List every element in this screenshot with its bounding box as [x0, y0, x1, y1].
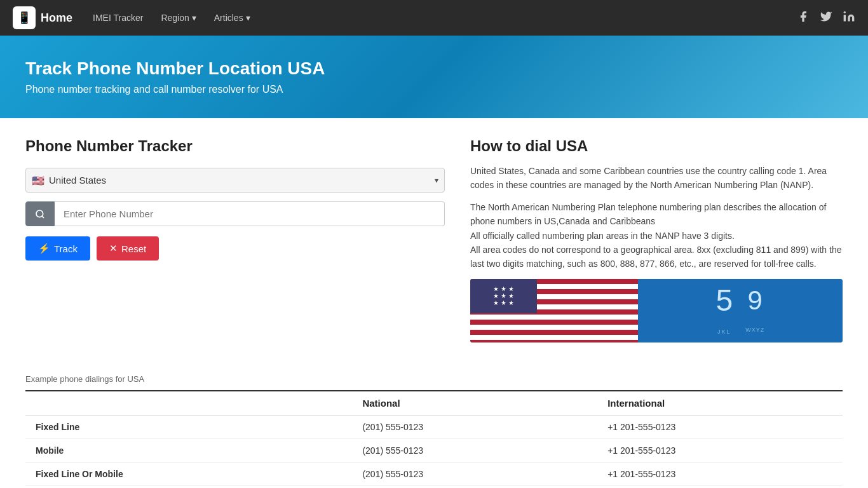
cell-national: (201) 555-0123 [352, 462, 597, 485]
tracker-title: Phone Number Tracker [25, 137, 445, 155]
hero-banner: Track Phone Number Location USA Phone nu… [0, 36, 868, 118]
twitter-icon[interactable] [820, 10, 832, 26]
svg-point-1 [36, 210, 43, 217]
facebook-icon[interactable] [797, 10, 810, 26]
how-text-1: United States, Canada and some Caribbean… [470, 164, 843, 193]
example-section: Example phone dialings for USA National … [0, 362, 868, 488]
phone-input[interactable] [55, 201, 445, 226]
track-button[interactable]: ⚡ Track [25, 236, 90, 261]
linkedin-icon[interactable] [843, 10, 855, 26]
us-flag-image: ★ ★ ★★ ★ ★★ ★ ★ [470, 279, 638, 342]
right-panel: How to dial USA United States, Canada an… [470, 137, 843, 342]
nav-region[interactable]: Region ▾ [153, 8, 203, 28]
example-table: National International Fixed Line (201) … [25, 390, 843, 486]
main-content: Phone Number Tracker 🇺🇸 United States Ca… [0, 118, 868, 362]
phone-input-wrapper [25, 201, 445, 226]
btn-row: ⚡ Track ✕ Reset [25, 236, 445, 261]
cell-national: (201) 555-0123 [352, 415, 597, 438]
nav-brand[interactable]: 📱 Home [13, 6, 72, 29]
table-row: Fixed Line (201) 555-0123 +1 201-555-012… [25, 415, 843, 438]
dial-image: ★ ★ ★★ ★ ★★ ★ ★ 5 JKL 9 WXYZ [470, 279, 843, 342]
hero-subtitle: Phone number tracking and call number re… [25, 84, 843, 95]
cell-type: Mobile [25, 438, 352, 462]
reset-button[interactable]: ✕ Reset [97, 236, 159, 261]
chevron-down-icon: ▾ [192, 13, 196, 23]
times-icon: ✕ [109, 243, 118, 254]
cell-international: +1 201-555-0123 [597, 462, 843, 485]
how-title: How to dial USA [470, 137, 843, 155]
cell-international: +1 201-555-0123 [597, 415, 843, 438]
table-header-row: National International [25, 391, 843, 416]
col-type-header [25, 391, 352, 416]
country-select[interactable]: United States Canada United Kingdom [25, 168, 445, 193]
brand-icon: 📱 [13, 6, 36, 29]
cell-type: Fixed Line [25, 415, 352, 438]
country-select-wrapper: 🇺🇸 United States Canada United Kingdom ▾ [25, 168, 445, 193]
left-panel: Phone Number Tracker 🇺🇸 United States Ca… [25, 137, 445, 342]
table-row: Mobile (201) 555-0123 +1 201-555-0123 [25, 438, 843, 462]
chevron-down-icon: ▾ [246, 13, 250, 23]
col-national-header: National [352, 391, 597, 416]
navbar: 📱 Home IMEI Tracker Region ▾ Articles ▾ [0, 0, 868, 36]
lightning-icon: ⚡ [38, 243, 50, 254]
table-row: Fixed Line Or Mobile (201) 555-0123 +1 2… [25, 462, 843, 485]
cell-national: (201) 555-0123 [352, 438, 597, 462]
col-international-header: International [597, 391, 843, 416]
cell-type: Fixed Line Or Mobile [25, 462, 352, 485]
nav-brand-label: Home [41, 11, 72, 25]
keypad-image: 5 JKL 9 WXYZ [638, 279, 843, 342]
nav-articles[interactable]: Articles ▾ [207, 8, 258, 28]
nav-imei-tracker[interactable]: IMEI Tracker [85, 8, 151, 28]
search-button[interactable] [25, 201, 55, 226]
nav-links: IMEI Tracker Region ▾ Articles ▾ [85, 8, 797, 28]
how-text-2: The North American Numbering Plan teleph… [470, 200, 843, 271]
svg-point-0 [844, 11, 846, 13]
example-label: Example phone dialings for USA [25, 374, 843, 384]
cell-international: +1 201-555-0123 [597, 438, 843, 462]
nav-social [797, 10, 855, 26]
hero-title: Track Phone Number Location USA [25, 58, 843, 79]
